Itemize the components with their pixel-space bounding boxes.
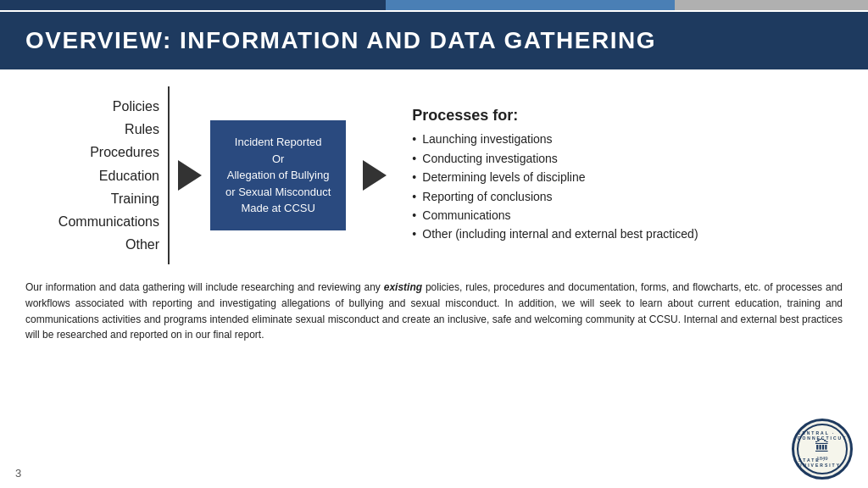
logo-inner: CENTRAL · CONNECTICUT 🏛 1849 STATE · UNI… xyxy=(797,424,848,474)
process-item-3: Reporting of conclusions xyxy=(412,187,843,206)
main-content: Policies Rules Procedures Education Trai… xyxy=(0,69,868,273)
arrow-icon xyxy=(178,160,202,191)
arrow-center-to-right xyxy=(346,160,403,191)
left-column: Policies Rules Procedures Education Trai… xyxy=(25,86,170,264)
left-item-other: Other xyxy=(125,233,159,256)
center-line4: or Sexual Misconduct xyxy=(225,186,331,198)
logo-area: CENTRAL · CONNECTICUT 🏛 1849 STATE · UNI… xyxy=(792,419,853,480)
left-item-policies: Policies xyxy=(113,95,159,118)
bold-word: existing xyxy=(384,281,422,293)
logo-text-top: CENTRAL · CONNECTICUT xyxy=(798,430,847,441)
process-item-4: Communications xyxy=(412,206,843,225)
bottom-paragraph: Our information and data gathering will … xyxy=(0,273,868,342)
process-item-0: Launching investigations xyxy=(412,130,843,148)
arrow-left-to-center xyxy=(170,160,210,191)
process-item-1: Conducting investigations xyxy=(412,149,843,168)
gray-bar xyxy=(675,0,868,10)
processes-heading: Processes for: xyxy=(412,107,843,125)
paragraph-before-bold: Our information and data gathering will … xyxy=(25,281,384,293)
top-bars xyxy=(0,0,868,10)
logo-circle: CENTRAL · CONNECTICUT 🏛 1849 STATE · UNI… xyxy=(792,419,853,480)
center-line5: Made at CCSU xyxy=(241,202,314,214)
logo-text-bottom: STATE · UNIVERSITY xyxy=(798,458,846,468)
processes-list: Launching investigations Conducting inve… xyxy=(412,130,843,243)
page-number: 3 xyxy=(15,467,21,480)
center-line1: Incident Reported xyxy=(235,136,322,148)
center-line2: Or xyxy=(272,152,284,165)
left-item-training: Training xyxy=(111,187,159,210)
arrow-large-icon xyxy=(363,160,387,191)
blue-bar xyxy=(386,0,675,10)
left-item-education: Education xyxy=(99,164,159,187)
process-item-5: Other (including internal and external b… xyxy=(412,225,843,243)
center-line3: Allegation of Bullying xyxy=(227,169,330,181)
center-incident-box: Incident Reported Or Allegation of Bully… xyxy=(210,120,346,230)
title-bar: OVERVIEW: INFORMATION AND DATA GATHERING xyxy=(0,12,868,69)
page-title: OVERVIEW: INFORMATION AND DATA GATHERING xyxy=(25,27,843,54)
left-item-procedures: Procedures xyxy=(90,141,159,164)
left-item-communications: Communications xyxy=(58,210,159,233)
process-item-2: Determining levels of discipline xyxy=(412,168,843,186)
left-item-rules: Rules xyxy=(125,118,159,141)
navy-bar xyxy=(0,0,386,10)
right-column: Processes for: Launching investigations … xyxy=(403,107,843,243)
